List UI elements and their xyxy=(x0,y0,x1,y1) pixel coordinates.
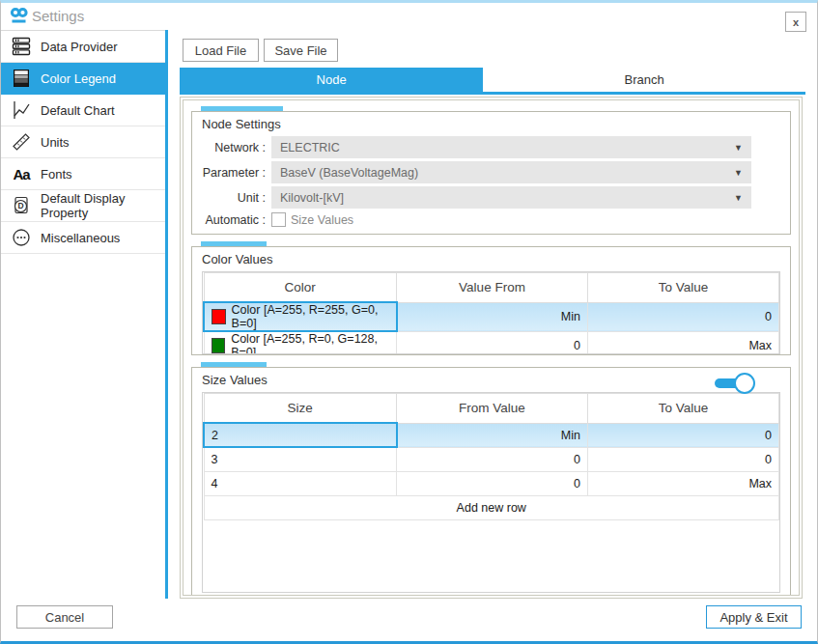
size-cell[interactable]: 4 xyxy=(204,471,397,495)
size-row: 3 0 0 xyxy=(204,447,779,471)
sidebar-item-label: Default Display Property xyxy=(41,191,167,220)
settings-window: Settings x Data Provider xyxy=(0,0,818,644)
color-values-group: Color Values Color Value From To Value xyxy=(191,246,791,355)
sidebar-item-color-legend[interactable]: Color Legend xyxy=(1,63,167,95)
add-new-row: Add new row xyxy=(204,495,779,519)
size-cell[interactable]: 3 xyxy=(204,447,397,471)
sidebar-item-label: Data Provider xyxy=(41,40,117,54)
column-header-from-value[interactable]: From Value xyxy=(397,394,588,424)
size-values-table-frame: Size From Value To Value 2 Min 0 xyxy=(202,392,780,593)
to-value-cell[interactable]: 0 xyxy=(588,447,779,471)
column-header-color[interactable]: Color xyxy=(204,273,397,303)
size-row: 2 Min 0 xyxy=(204,423,779,447)
size-values-checkbox[interactable] xyxy=(271,212,286,227)
display-property-icon: D xyxy=(11,195,32,216)
tab-branch[interactable]: Branch xyxy=(483,68,805,92)
column-header-to-value[interactable]: To Value xyxy=(588,394,779,424)
sidebar-item-label: Units xyxy=(41,135,70,150)
window-title: Settings xyxy=(32,8,84,24)
sidebar-item-units[interactable]: Units xyxy=(1,126,167,158)
color-cell[interactable]: Color [A=255, R=255, G=0, B=0] xyxy=(204,302,397,331)
from-value-cell[interactable]: 0 xyxy=(397,471,588,495)
size-cell[interactable]: 2 xyxy=(204,423,397,447)
size-row: 4 0 Max xyxy=(204,471,779,495)
column-header-value-from[interactable]: Value From xyxy=(397,273,588,303)
to-value-cell[interactable]: Max xyxy=(588,331,779,354)
to-value-cell[interactable]: 0 xyxy=(588,302,779,331)
from-value-cell[interactable]: Min xyxy=(397,423,588,447)
sidebar-item-data-provider[interactable]: Data Provider xyxy=(1,31,167,63)
miscellaneous-icon xyxy=(11,227,32,248)
close-button[interactable]: x xyxy=(785,12,806,32)
column-header-to-value[interactable]: To Value xyxy=(588,273,779,303)
sidebar-accent-line xyxy=(165,30,168,599)
automatic-label: Automatic : xyxy=(202,213,271,227)
sidebar-item-default-chart[interactable]: Default Chart xyxy=(1,95,167,126)
table-header-row: Color Value From To Value xyxy=(204,273,779,303)
group-accent xyxy=(201,106,283,111)
size-values-checkbox-label: Size Values xyxy=(291,213,353,227)
units-icon xyxy=(11,131,32,153)
unit-dropdown[interactable]: Kilovolt-[kV] ▼ xyxy=(271,186,751,209)
size-values-toggle[interactable] xyxy=(715,373,753,394)
sidebar-item-fonts[interactable]: Aa Fonts xyxy=(1,158,167,190)
tab-content-panel: Node Settings Network : ELECTRIC ▼ Param… xyxy=(180,97,803,599)
to-value-cell[interactable]: 0 xyxy=(588,423,779,447)
color-legend-icon xyxy=(11,68,32,89)
data-provider-icon xyxy=(11,36,32,57)
color-cell-label: Color [A=255, R=0, G=128, B=0] xyxy=(231,332,389,354)
sidebar: Data Provider Color Legend xyxy=(1,30,167,254)
network-dropdown[interactable]: ELECTRIC ▼ xyxy=(271,136,751,158)
svg-text:D: D xyxy=(17,201,23,210)
add-new-row-button[interactable]: Add new row xyxy=(204,495,779,519)
column-header-size[interactable]: Size xyxy=(204,394,397,424)
group-accent xyxy=(201,241,267,246)
to-value-cell[interactable]: Max xyxy=(588,471,779,495)
save-file-button[interactable]: Save File xyxy=(264,39,338,62)
size-values-title: Size Values xyxy=(202,373,780,387)
size-values-group: Size Values Size From Value To Value xyxy=(191,367,791,596)
unit-label: Unit : xyxy=(202,191,271,205)
color-values-table-frame: Color Value From To Value Color [A= xyxy=(202,271,780,354)
tab-strip: Node Branch xyxy=(180,68,805,95)
color-swatch xyxy=(212,338,226,353)
parameter-value: BaseV (BaseVoltageMag) xyxy=(280,166,418,180)
tab-node[interactable]: Node xyxy=(180,68,483,92)
parameter-label: Parameter : xyxy=(202,166,271,180)
color-values-title: Color Values xyxy=(202,252,780,266)
unit-value: Kilovolt-[kV] xyxy=(280,191,344,205)
sidebar-item-label: Miscellaneous xyxy=(41,231,120,245)
chevron-down-icon: ▼ xyxy=(734,143,743,153)
color-values-table: Color Value From To Value Color [A= xyxy=(203,272,779,354)
app-logo-icon xyxy=(10,6,29,27)
color-cell-label: Color [A=255, R=255, G=0, B=0] xyxy=(232,303,389,330)
network-value: ELECTRIC xyxy=(280,141,340,154)
node-settings-title: Node Settings xyxy=(202,117,780,131)
parameter-dropdown[interactable]: BaseV (BaseVoltageMag) ▼ xyxy=(271,161,751,183)
color-cell[interactable]: Color [A=255, R=0, G=128, B=0] xyxy=(204,331,397,354)
default-chart-icon xyxy=(11,99,32,121)
fonts-icon: Aa xyxy=(11,163,32,184)
value-from-cell[interactable]: Min xyxy=(397,302,588,331)
chevron-down-icon: ▼ xyxy=(734,168,743,178)
node-settings-group: Node Settings Network : ELECTRIC ▼ Param… xyxy=(191,111,791,235)
network-label: Network : xyxy=(202,141,271,154)
size-values-table: Size From Value To Value 2 Min 0 xyxy=(203,393,779,520)
sidebar-item-label: Default Chart xyxy=(41,103,115,118)
sidebar-item-label: Color Legend xyxy=(41,71,116,86)
sidebar-item-default-display-property[interactable]: D Default Display Property xyxy=(1,190,167,222)
group-accent xyxy=(201,362,267,367)
sidebar-item-label: Fonts xyxy=(41,167,72,182)
sidebar-item-miscellaneous[interactable]: Miscellaneous xyxy=(1,222,167,254)
color-row-red: Color [A=255, R=255, G=0, B=0] Min 0 xyxy=(204,302,779,331)
table-header-row: Size From Value To Value xyxy=(204,394,779,424)
color-swatch xyxy=(212,309,226,324)
cancel-button[interactable]: Cancel xyxy=(16,605,113,629)
from-value-cell[interactable]: 0 xyxy=(397,447,588,471)
title-bar: Settings x xyxy=(1,3,817,30)
color-row-green: Color [A=255, R=0, G=128, B=0] 0 Max xyxy=(204,331,779,354)
value-from-cell[interactable]: 0 xyxy=(397,331,588,354)
chevron-down-icon: ▼ xyxy=(734,193,743,203)
load-file-button[interactable]: Load File xyxy=(183,39,259,62)
apply-exit-button[interactable]: Apply & Exit xyxy=(706,605,802,629)
